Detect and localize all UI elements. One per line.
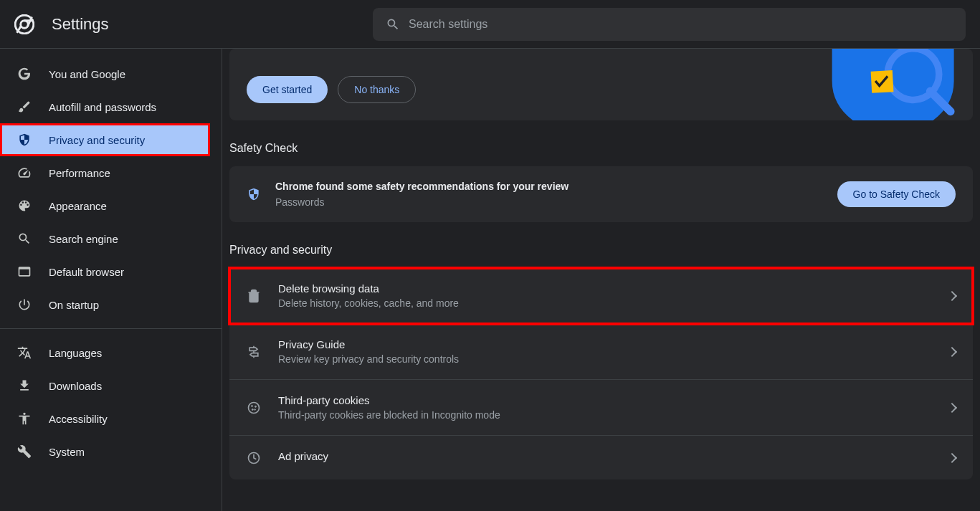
sidebar-item-label: Autofill and passwords	[49, 101, 156, 113]
sidebar-item-label: Appearance	[49, 200, 107, 212]
sidebar-item-label: Default browser	[49, 266, 124, 278]
sidebar-item-languages[interactable]: Languages	[0, 336, 213, 369]
row-title: Ad privacy	[278, 450, 931, 462]
chevron-right-icon	[947, 346, 957, 356]
promo-card: Get started No thanks	[229, 49, 973, 120]
shield-icon	[247, 187, 261, 201]
key-icon	[17, 100, 32, 114]
shield-icon	[17, 133, 32, 147]
chevron-right-icon	[947, 452, 957, 462]
chevron-right-icon	[947, 402, 957, 412]
row-delete-browsing-data[interactable]: Delete browsing data Delete history, coo…	[229, 268, 973, 324]
svg-point-7	[252, 405, 253, 406]
safety-title: Chrome found some safety recommendations…	[275, 181, 823, 192]
get-started-button[interactable]: Get started	[247, 76, 328, 103]
privacy-security-heading: Privacy and security	[229, 244, 973, 257]
power-icon	[17, 297, 32, 312]
sidebar-item-label: Accessibility	[49, 413, 108, 425]
sidebar-item-accessibility[interactable]: Accessibility	[0, 402, 213, 435]
row-subtitle: Third-party cookies are blocked in Incog…	[278, 409, 931, 421]
go-to-safety-check-button[interactable]: Go to Safety Check	[837, 181, 956, 207]
svg-point-1	[21, 20, 29, 28]
svg-point-6	[249, 402, 260, 413]
browser-icon	[17, 264, 32, 279]
row-subtitle: Review key privacy and security controls	[278, 353, 931, 365]
wrench-icon	[17, 444, 32, 459]
search-icon	[17, 231, 32, 246]
safety-check-heading: Safety Check	[229, 142, 973, 155]
palette-icon	[17, 199, 32, 213]
svg-point-9	[252, 409, 253, 410]
svg-point-8	[255, 406, 257, 407]
download-icon	[17, 378, 32, 393]
accessibility-icon	[17, 411, 32, 426]
sidebar-item-performance[interactable]: Performance	[0, 156, 213, 189]
sidebar-item-you-and-google[interactable]: You and Google	[0, 57, 213, 90]
sidebar-item-autofill[interactable]: Autofill and passwords	[0, 90, 213, 123]
sidebar-item-on-startup[interactable]: On startup	[0, 288, 213, 321]
shield-illustration	[794, 49, 958, 120]
sidebar-item-label: You and Google	[49, 68, 125, 80]
row-privacy-guide[interactable]: Privacy Guide Review key privacy and sec…	[229, 324, 973, 380]
speedometer-icon	[17, 166, 32, 180]
sidebar: You and Google Autofill and passwords Pr…	[0, 49, 222, 511]
sidebar-item-label: Languages	[49, 347, 102, 359]
privacy-list: Delete browsing data Delete history, coo…	[229, 268, 973, 479]
sidebar-item-label: Search engine	[49, 233, 118, 245]
trash-icon	[247, 289, 261, 303]
page-title: Settings	[52, 15, 109, 34]
search-input[interactable]	[409, 18, 953, 31]
signpost-icon	[247, 345, 261, 359]
sidebar-item-default-browser[interactable]: Default browser	[0, 255, 213, 288]
row-third-party-cookies[interactable]: Third-party cookies Third-party cookies …	[229, 380, 973, 436]
row-title: Delete browsing data	[278, 282, 931, 295]
sidebar-item-label: Performance	[49, 167, 110, 179]
row-subtitle: Delete history, cookies, cache, and more	[278, 297, 931, 309]
ad-icon	[247, 451, 261, 465]
chrome-logo-icon	[14, 14, 34, 34]
row-title: Third-party cookies	[278, 394, 931, 406]
sidebar-item-label: On startup	[49, 299, 99, 311]
row-title: Privacy Guide	[278, 338, 931, 350]
safety-check-card: Chrome found some safety recommendations…	[229, 166, 973, 222]
safety-subtitle: Passwords	[275, 196, 823, 208]
cookie-icon	[247, 401, 261, 415]
sidebar-item-search-engine[interactable]: Search engine	[0, 222, 213, 255]
google-g-icon	[17, 67, 32, 81]
sidebar-item-appearance[interactable]: Appearance	[0, 189, 213, 222]
sidebar-item-system[interactable]: System	[0, 435, 213, 468]
chevron-right-icon	[947, 290, 957, 300]
no-thanks-button[interactable]: No thanks	[338, 76, 416, 103]
sidebar-item-label: Privacy and security	[49, 134, 145, 146]
translate-icon	[17, 345, 32, 360]
sidebar-item-label: Downloads	[49, 380, 102, 392]
svg-point-10	[254, 409, 256, 410]
sidebar-item-downloads[interactable]: Downloads	[0, 369, 213, 402]
divider	[0, 328, 222, 329]
row-ad-privacy[interactable]: Ad privacy	[229, 436, 973, 479]
sidebar-item-label: System	[49, 446, 85, 458]
sidebar-item-privacy-security[interactable]: Privacy and security	[0, 123, 210, 156]
search-icon	[386, 17, 400, 32]
search-container[interactable]	[373, 8, 966, 41]
